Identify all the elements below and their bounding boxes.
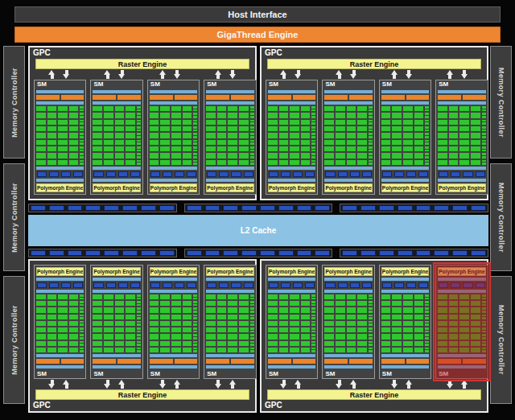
- core-cell: [324, 120, 334, 125]
- core-cell: [301, 146, 311, 151]
- core-cell: [69, 294, 79, 299]
- sm-label: SM: [206, 80, 253, 89]
- unit-rect: [463, 282, 472, 288]
- mini-cell: [425, 350, 429, 352]
- rop-rect: [398, 250, 413, 256]
- core-cell: [171, 327, 181, 332]
- sm-box: SMPolymorph Engine: [34, 80, 86, 195]
- mini-cell: [193, 331, 197, 333]
- core-cell: [217, 334, 227, 339]
- core-cell: [449, 140, 459, 145]
- mini-cell-column: [369, 315, 373, 319]
- core-cell: [206, 348, 216, 352]
- core-cell: [290, 153, 299, 158]
- core-cell: [183, 334, 192, 339]
- core-cell: [69, 120, 79, 125]
- core-cell: [414, 307, 424, 312]
- mini-cell-column: [311, 294, 315, 299]
- mini-cell: [369, 160, 373, 163]
- core-row: [268, 120, 315, 125]
- arrow-up-icon: [391, 70, 398, 79]
- sm-label: SM: [381, 370, 429, 378]
- core-cell: [414, 120, 424, 125]
- orange-bar-row: [93, 359, 140, 364]
- mini-cell-column: [80, 126, 84, 131]
- core-cell: [471, 113, 480, 117]
- core-cell: [126, 301, 135, 306]
- core-cell: [47, 160, 57, 165]
- rop-rect: [471, 250, 486, 256]
- core-cell: [150, 120, 159, 125]
- mini-cell-column: [482, 348, 486, 352]
- mini-cell-column: [369, 146, 373, 151]
- unit-rect: [93, 171, 103, 177]
- mini-cell: [193, 307, 197, 310]
- mini-cell: [425, 109, 429, 112]
- core-grid: [206, 106, 253, 165]
- mini-cell-column: [311, 120, 315, 125]
- core-cell: [150, 160, 159, 165]
- core-row: [93, 146, 140, 151]
- mini-cell-column: [369, 106, 373, 111]
- orange-bar-segment: [175, 359, 198, 364]
- core-cell: [206, 307, 216, 312]
- orange-bar-segment: [231, 95, 254, 100]
- unit-rect: [269, 282, 278, 288]
- sm-box: Polymorph EngineSM: [204, 265, 256, 379]
- unit-rect: [163, 282, 172, 288]
- unit-rect: [281, 171, 290, 177]
- core-row: [93, 106, 140, 111]
- core-cell: [217, 327, 227, 332]
- core-cell: [36, 146, 46, 151]
- mini-cell: [425, 321, 429, 323]
- core-cell: [471, 133, 480, 138]
- mini-cell-column: [425, 126, 429, 131]
- core-row: [438, 126, 485, 131]
- mini-cell: [482, 344, 486, 346]
- core-cell: [392, 348, 402, 352]
- orange-bar-segment: [61, 95, 84, 100]
- core-cell: [115, 315, 125, 319]
- mini-cell: [369, 153, 373, 155]
- core-row: [206, 153, 253, 158]
- mini-cell: [250, 304, 254, 307]
- mini-cell: [80, 315, 84, 317]
- core-cell: [290, 334, 299, 339]
- mini-cell: [369, 294, 373, 297]
- mini-cell-column: [137, 327, 141, 332]
- core-row: [150, 140, 197, 145]
- core-cell: [381, 341, 391, 346]
- arrow-pair: [89, 380, 141, 389]
- core-cell: [324, 160, 334, 165]
- mini-cell-column: [369, 301, 373, 306]
- core-row: [36, 327, 84, 332]
- unit-rect: [231, 282, 241, 288]
- core-cell: [160, 126, 170, 131]
- core-cell: [217, 301, 227, 306]
- core-cell: [347, 307, 356, 312]
- core-cell: [336, 315, 345, 319]
- orange-bar-segment: [93, 359, 116, 364]
- core-cell: [206, 113, 216, 117]
- mini-cell: [482, 334, 486, 336]
- mini-cell-column: [80, 160, 84, 165]
- mini-cell: [250, 126, 254, 129]
- mini-cell: [250, 133, 254, 135]
- core-cell: [324, 113, 334, 117]
- mini-cell-column: [369, 133, 373, 138]
- arrow-row: [30, 69, 255, 80]
- rop-rect: [315, 250, 330, 256]
- mini-cell: [369, 321, 373, 323]
- sm-label: SM: [268, 370, 315, 378]
- unit-rect: [362, 171, 372, 177]
- blue-bar: [381, 179, 429, 182]
- blue-bar: [150, 90, 197, 93]
- core-cell: [414, 321, 424, 326]
- mini-cell: [369, 337, 373, 340]
- mini-cell-column: [311, 334, 315, 339]
- core-cell: [69, 113, 79, 117]
- core-row: [268, 133, 315, 138]
- core-cell: [171, 160, 181, 165]
- gpc-bottom-right: Polymorph EngineSMPolymorph EngineSMPoly…: [260, 259, 488, 413]
- orange-bar-row: [381, 95, 429, 100]
